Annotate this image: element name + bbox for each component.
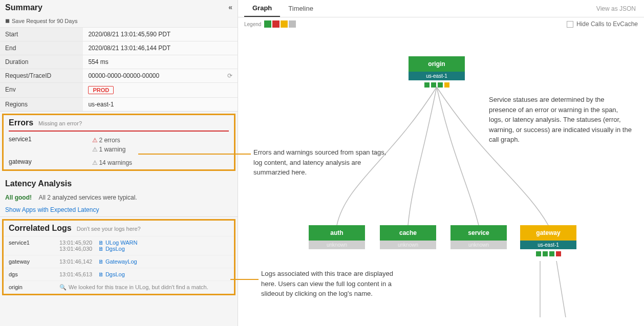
node-cache[interactable]: cache unknown [380,225,436,249]
search-icon: 🔍 [59,284,67,290]
error-row[interactable]: service1 ⚠2 errors ⚠1 warning [4,134,234,156]
log-entries: 13:01:46,142 🗎GatewayLog [54,255,234,268]
error-svc: gateway [9,158,92,165]
errors-subhead[interactable]: Missing an error? [38,120,82,126]
log-link[interactable]: GatewayLog [105,258,137,265]
log-svc: origin [4,281,54,294]
error-info: ⚠2 errors ⚠1 warning [92,136,125,154]
latency-good: All good! [0,194,37,201]
error-svc: service1 [9,136,92,143]
log-svc: gateway [4,255,54,268]
node-title: service [450,225,507,241]
summary-table: Start2020/08/21 13:01:45,590 PDT End2020… [0,27,238,111]
k-env: Env [0,83,83,98]
legend-swatch-green [264,20,271,28]
log-row[interactable]: gateway 13:01:46,142 🗎GatewayLog [4,255,234,268]
hide-calls-label: Hide Calls to EvCache [576,20,638,28]
v-env: PROD [83,83,238,98]
latency-header: Latency Analysis [0,176,238,191]
node-region: unknown [309,241,365,249]
logs-table: service1 13:01:45,920 🗎ULog WARN 13:01:4… [4,236,234,294]
document-icon: 🗎 [98,271,104,277]
summary-title: Summary [5,3,42,12]
v-trace: 00000-0000-00000-00000⟳ [83,69,238,83]
node-dots [520,249,576,256]
tab-timeline[interactable]: Timeline [280,1,321,16]
annotation-status: Service statuses are determined by the p… [489,95,632,145]
annotation-logs: Logs associated with this trace are disp… [261,269,394,299]
node-title: cache [380,225,436,241]
log-row[interactable]: service1 13:01:45,920 🗎ULog WARN 13:01:4… [4,236,234,255]
log-svc: dgs [4,268,54,281]
errors-section: Errors Missing an error? service1 ⚠2 err… [2,114,235,171]
log-entries: 13:01:45,613 🗎DgsLog [54,268,234,281]
legend-label: Legend [244,21,261,27]
latency-msg: All 2 analyzed services were typical. [39,194,137,201]
v-end: 2020/08/21 13:01:46,144 PDT [83,41,238,55]
node-region: unknown [450,241,507,249]
log-link[interactable]: ULog WARN [105,240,138,246]
legend-swatch-red [272,20,280,28]
v-regions: us-east-1 [83,98,238,112]
k-start: Start [0,28,83,41]
k-regions: Regions [0,98,83,112]
node-title: gateway [520,225,576,241]
errors-title: Errors [9,118,33,127]
log-entries: 13:01:45,920 🗎ULog WARN 13:01:46,030 🗎Dg… [54,236,234,255]
summary-section: Summary « ◼ Save Request for 90 Days Sta… [0,0,238,112]
log-link[interactable]: DgsLog [105,246,125,252]
logs-section: Correlated Logs Don't see your logs here… [2,219,235,295]
node-origin[interactable]: origin us-east-1 [409,56,465,88]
log-row[interactable]: origin 🔍We looked for this trace in ULog… [4,281,234,294]
collapse-icon[interactable]: « [228,3,232,11]
node-dots [409,80,465,88]
node-title: auth [309,225,365,241]
save-request-label: Save Request for 90 Days [12,18,77,24]
error-info: ⚠14 warnings [92,158,132,167]
latency-section: Latency Analysis All good! All 2 analyze… [0,176,238,217]
annotation-line [138,154,251,155]
k-trace: Request/TraceID [0,69,83,83]
legend-swatch-orange [281,20,288,28]
tabs: Graph Timeline View as JSON [238,0,644,17]
logs-header: Correlated Logs Don't see your logs here… [4,221,234,236]
checkbox-icon[interactable] [567,21,573,28]
bookmark-icon: ◼ [5,17,10,24]
summary-header: Summary « [0,0,238,15]
latency-link[interactable]: Show Apps with Expected Latency [0,203,238,216]
log-svc: service1 [4,236,54,255]
document-icon: 🗎 [98,258,104,265]
hide-calls-toggle[interactable]: Hide Calls to EvCache [567,20,638,28]
log-notfound: 🔍We looked for this trace in ULog, but d… [54,281,234,294]
logs-title: Correlated Logs [9,224,72,233]
env-badge: PROD [88,86,114,94]
left-panel: Summary « ◼ Save Request for 90 Days Sta… [0,0,238,326]
node-gateway[interactable]: gateway us-east-1 [520,225,576,256]
legend-swatches [264,20,296,28]
save-request-link[interactable]: ◼ Save Request for 90 Days [0,15,238,27]
error-icon: ⚠ [92,137,98,144]
tab-graph[interactable]: Graph [244,0,280,17]
log-link[interactable]: DgsLog [105,271,125,277]
k-end: End [0,41,83,55]
document-icon: 🗎 [98,240,104,246]
error-row[interactable]: gateway ⚠14 warnings [4,156,234,169]
legend-row: Legend Hide Calls to EvCache [238,17,644,31]
node-region: unknown [380,241,436,249]
warning-icon: ⚠ [92,159,98,166]
node-service[interactable]: service unknown [450,225,507,249]
node-auth[interactable]: auth unknown [309,225,365,249]
errors-header: Errors Missing an error? [4,115,234,131]
warning-icon: ⚠ [92,146,98,153]
v-duration: 554 ms [83,55,238,69]
errors-underline [9,131,229,132]
node-title: origin [409,56,465,72]
logs-subhead[interactable]: Don't see your logs here? [77,226,141,232]
node-region: us-east-1 [409,72,465,80]
latency-title: Latency Analysis [5,179,72,188]
refresh-icon[interactable]: ⟳ [227,72,232,79]
k-duration: Duration [0,55,83,69]
annotation-line [230,279,259,280]
view-as-json-link[interactable]: View as JSON [594,1,638,16]
log-row[interactable]: dgs 13:01:45,613 🗎DgsLog [4,268,234,281]
